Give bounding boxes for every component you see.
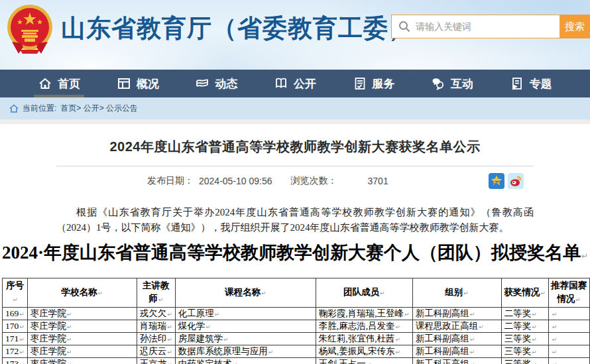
table-cell: 肖瑞瑞↵ <box>137 320 175 332</box>
return-mark: ↵ <box>98 290 103 296</box>
award-list-title-text: 2024·年度山东省普通高等学校教师教学创新大赛个人（团队）拟授奖名单 <box>2 243 581 263</box>
nav-item-home[interactable]: 首页 <box>34 70 84 97</box>
return-mark: ↵ <box>206 324 211 330</box>
table-cell: 新工科副高组↵ <box>412 307 501 320</box>
column-header: 主讲教师↵ <box>137 278 175 307</box>
return-mark: ↵ <box>167 349 172 355</box>
return-mark: ↵ <box>158 296 164 303</box>
nav-label: 服务 <box>373 76 395 91</box>
table-cell: 王剑,王占一↵ <box>316 357 412 364</box>
article-paragraph: 根据《山东省教育厅关于举办2024年度山东省普通高等学校教师教学创新大赛的通知》… <box>56 205 534 236</box>
table-cell: 朱红莉,张宜伟,杜茜↵ <box>316 332 412 345</box>
column-header: 序号↵ <box>3 278 28 307</box>
table-header-row: 序号↵学校名称↵主讲教师↵课程名称↵团队成员↵组别↵获奖情况↵推荐国赛情况↵ <box>3 278 590 307</box>
return-mark: ↵ <box>552 349 558 355</box>
table-cell: 三等奖↵ <box>501 332 548 345</box>
nav-item-services[interactable]: 服务 <box>349 70 399 97</box>
return-mark: ↵ <box>396 336 401 343</box>
breadcrumb-path[interactable]: 首页> 公开> 公示公告 <box>60 103 138 114</box>
column-header: 组别↵ <box>412 278 501 307</box>
table-row: 170↵枣庄学院↵肖瑞瑞↵煤化学↵李胜,麻志浩,吕发奎↵课程思政正高组↵二等奖↵… <box>3 320 590 332</box>
nav-item-topics[interactable]: 专题 <box>506 70 556 97</box>
return-mark: ↵ <box>223 336 229 343</box>
return-mark: ↵ <box>19 311 25 318</box>
table-cell: 新工科正高组↵ <box>412 357 501 364</box>
table-cell: 枣庄学院↵ <box>27 307 137 320</box>
news-icon <box>195 76 209 91</box>
search-button[interactable]: 搜索 <box>560 15 590 38</box>
column-header: 团队成员↵ <box>316 278 412 307</box>
award-list-title: 2024·年度山东省普通高等学校教师教学创新大赛个人（团队）拟授奖名单↵ <box>0 241 590 265</box>
site-title: 山东省教育厅（省委教育工委） <box>61 12 414 45</box>
table-cell: 枣庄学院↵ <box>27 357 137 364</box>
nav-item-disclosure[interactable]: 公开 <box>270 70 320 97</box>
table-cell: 李胜,麻志浩,吕发奎↵ <box>316 320 412 332</box>
return-mark: ↵ <box>540 290 546 296</box>
article-meta: 发布日期： 2024-05-10 09:56 浏览次数： 3701 <box>0 172 590 190</box>
return-mark: ↵ <box>463 290 469 296</box>
return-mark: ↵ <box>380 290 385 296</box>
return-mark: ↵ <box>470 349 475 355</box>
site-header: 山东省教育厅（省委教育工委） 搜索 <box>0 0 590 70</box>
table-cell: ↵ <box>548 332 589 345</box>
table-cell: ↵ <box>548 357 589 364</box>
nav-label: 概况 <box>137 76 159 91</box>
table-cell: 173↵ <box>3 357 28 364</box>
return-mark: ↵ <box>532 311 537 318</box>
return-mark: ↵ <box>67 336 72 343</box>
return-mark: ↵ <box>67 324 72 330</box>
return-mark: ↵ <box>396 349 401 355</box>
home-icon <box>38 76 52 91</box>
nav-item-interaction[interactable]: 互动 <box>427 70 477 97</box>
nav-label: 专题 <box>530 76 552 91</box>
nav-item-overview[interactable]: 概况 <box>113 70 163 97</box>
table-cell: 杨斌,姜振凤,宋传东↵ <box>316 345 412 357</box>
return-mark: ↵ <box>470 336 475 343</box>
table-cell: 化工原理↵ <box>175 307 316 320</box>
title-divider <box>56 166 534 166</box>
table-cell: 数据库系统原理与应用↵ <box>175 345 316 357</box>
return-mark: ↵ <box>67 349 72 355</box>
column-header: 获奖情况↵ <box>501 278 548 307</box>
breadcrumb-label: 当前位置: <box>23 103 56 114</box>
return-mark: ↵ <box>167 324 172 330</box>
return-mark: ↵ <box>479 324 484 330</box>
return-mark: ↵ <box>19 336 25 343</box>
search-input[interactable] <box>416 21 560 32</box>
disclosure-icon <box>274 76 288 91</box>
table-cell: 王京龙↵ <box>137 357 175 364</box>
table-cell: 三等奖↵ <box>501 345 548 357</box>
qzone-share-icon[interactable] <box>489 173 504 189</box>
search-bar: 搜索 <box>391 15 590 38</box>
table-row: 169↵枣庄学院↵戎欠欠↵化工原理↵鞠彩霞,肖瑞瑞,王登峰↵新工科副高组↵二等奖… <box>3 307 590 320</box>
table-row: 172↵枣庄学院↵迟庆云↵数据库系统原理与应用↵杨斌,姜振凤,宋传东↵新工科副高… <box>3 345 590 357</box>
awards-table-body: 169↵枣庄学院↵戎欠欠↵化工原理↵鞠彩霞,肖瑞瑞,王登峰↵新工科副高组↵二等奖… <box>3 307 590 364</box>
return-mark: ↵ <box>167 311 172 318</box>
return-mark: ↵ <box>19 324 25 330</box>
return-mark: ↵ <box>261 290 266 296</box>
column-header: 课程名称↵ <box>175 278 316 307</box>
table-cell: ↵ <box>548 320 589 332</box>
table-cell: 新工科副高组↵ <box>412 345 501 357</box>
table-cell: 二等奖↵ <box>501 307 548 320</box>
table-cell: 房屋建筑学↵ <box>175 332 316 345</box>
weibo-share-icon[interactable] <box>508 173 524 189</box>
return-mark: ↵ <box>268 349 274 355</box>
return-mark: ↵ <box>215 311 220 318</box>
article: 2024年度山东省普通高等学校教师教学创新大赛获奖名单公示 发布日期： 2024… <box>0 124 590 364</box>
return-mark: ↵ <box>13 296 18 303</box>
return-mark: ↵ <box>67 311 72 318</box>
return-mark: ↵ <box>167 336 172 343</box>
views-label: 浏览次数： <box>291 175 337 187</box>
views-count: 3701 <box>368 176 388 186</box>
nav-label: 首页 <box>58 76 80 91</box>
nav-item-news[interactable]: 动态 <box>191 70 241 97</box>
awards-table: 序号↵学校名称↵主讲教师↵课程名称↵团队成员↵组别↵获奖情况↵推荐国赛情况↵ 1… <box>2 278 590 364</box>
return-mark: ↵ <box>167 361 172 364</box>
main-nav: 首页 概况 动态 公开 服务 <box>0 70 590 97</box>
return-mark: ↵ <box>233 361 238 364</box>
nav-label: 互动 <box>451 76 473 91</box>
table-cell: 170↵ <box>3 320 28 332</box>
overview-icon <box>117 76 131 91</box>
return-mark: ↵ <box>67 361 72 364</box>
